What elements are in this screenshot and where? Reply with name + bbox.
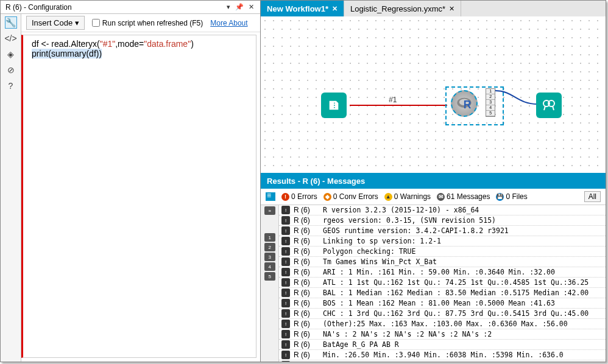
refresh-checkbox-input[interactable] [92,19,100,27]
cancel-icon[interactable]: ⊘ [5,64,17,76]
tag-icon[interactable]: ◈ [5,48,17,60]
message-row[interactable]: !R (6) Tm Games Wins Win_Pct X_Bat [279,257,606,267]
errors-badge[interactable]: !0 Errors [281,192,317,201]
results-list[interactable]: !R (6)R version 3.2.3 (2015-12-10) - x86… [279,205,606,362]
message-source: R (6) [292,289,323,297]
message-icon: ! [281,257,290,266]
insert-code-button[interactable]: Insert Code ▾ [26,16,85,30]
workflow-canvas[interactable]: #1 R 12345 [261,16,606,173]
message-row[interactable]: !R (6)Min. :26.50 Min. :3.940 Min. :6038… [279,350,606,360]
message-text: (Other):25 Max. :163 Max. :103.00 Max. :… [323,320,606,328]
message-icon: ! [281,216,290,225]
workflow-tabs: New Workflow1* ✕ Logistic_Regression.yxm… [261,1,606,16]
message-row[interactable]: !R (6)ARI : 1 Min. :161 Min. : 59.00 Min… [279,267,606,278]
message-icon: ! [281,206,290,214]
anchor-4-icon[interactable]: 4 [264,262,275,271]
message-source: R (6) [292,330,323,338]
expand-icon[interactable]: » [264,206,275,215]
message-icon: ! [281,309,290,318]
message-source: R (6) [292,226,323,235]
run-refresh-checkbox[interactable]: Run script when refreshed (F5) [92,19,203,27]
messages-badge[interactable]: ✉61 Messages [437,192,490,201]
message-source: R (6) [292,361,323,362]
anchor-5-icon[interactable]: 5 [264,272,275,281]
message-icon: ! [281,351,290,359]
results-header: Results - R (6) - Messages [261,173,606,189]
close-icon[interactable]: ✕ [449,5,454,13]
svg-text:R: R [464,99,472,111]
browse-node[interactable] [536,93,562,118]
message-icon: ! [281,247,290,256]
code-icon[interactable]: </> [5,32,17,44]
message-icon: ! [281,226,290,235]
close-icon[interactable]: ✕ [332,5,338,13]
message-row[interactable]: !R (6)Polygon checking: TRUE [279,247,606,257]
input-data-node[interactable] [321,93,347,118]
message-source: R (6) [292,309,323,318]
help-icon[interactable]: ? [5,80,17,92]
connection-label: #1 [389,96,397,104]
message-source: R (6) [292,340,323,349]
wrench-icon[interactable]: 🔧 [5,16,17,29]
message-row[interactable]: !R (6)GEOS runtime version: 3.4.2-CAPI-1… [279,226,606,236]
anchor-3-icon[interactable]: 3 [264,253,275,261]
message-source: R (6) [292,278,323,287]
more-about-link[interactable]: More About [210,19,247,27]
message-text: NA's : 2 NA's :2 NA's :2 NA's :2 NA's :2 [323,330,606,338]
r-tool-node[interactable]: R [451,90,478,117]
anchor-1-icon[interactable]: 1 [264,233,275,242]
message-source: R (6) [292,320,323,328]
message-row[interactable]: !R (6)CHC : 1 3rd Qu.:162 3rd Qu.: 87.75… [279,309,606,319]
message-source: R (6) [292,247,323,256]
message-text: GEOS runtime version: 3.4.2-CAPI-1.8.2 r… [323,226,606,235]
message-row[interactable]: !R (6)BOS : 1 Mean :162 Mean : 81.00 Mea… [279,298,606,309]
message-row[interactable]: !R (6)(Other):25 Max. :163 Max. :103.00 … [279,319,606,329]
message-text: R version 3.2.3 (2015-12-10) - x86_64 [323,206,606,214]
code-editor[interactable]: df <- read.Alteryx("#1",mode="data.frame… [21,35,256,358]
connector-blue [495,87,538,107]
config-toolbar: Insert Code ▾ Run script when refreshed … [21,14,260,32]
message-row[interactable]: !R (6)R version 3.2.3 (2015-12-10) - x86… [279,205,606,215]
all-filter-button[interactable]: All [584,191,601,202]
close-icon[interactable]: ✕ [247,3,255,11]
message-icon: ! [281,237,290,245]
message-row[interactable]: !R (6)rgeos version: 0.3-15, (SVN revisi… [279,215,606,226]
tab-new-workflow[interactable]: New Workflow1* ✕ [261,1,344,16]
anchor-2-icon[interactable]: 2 [264,243,275,251]
config-title: R (6) - Configuration [5,3,72,12]
message-text: Tm Games Wins Win_Pct X_Bat [323,257,606,266]
pin-icon[interactable]: 📌 [234,3,245,11]
message-text: CHC : 1 3rd Qu.:162 3rd Qu.: 87.75 3rd Q… [323,309,606,318]
message-row[interactable]: !R (6) BatAge R_G PA AB R [279,340,606,350]
message-row[interactable]: !R (6)ATL : 1 1st Qu.:162 1st Qu.: 74.25… [279,278,606,288]
connection-wire [350,105,447,106]
message-text: BOS : 1 Mean :162 Mean : 81.00 Mean :0.5… [323,299,606,307]
message-row[interactable]: !R (6)BAL : 1 Median :162 Median : 83.50… [279,288,606,298]
message-source: R (6) [292,216,323,225]
files-badge[interactable]: 💾0 Files [496,192,527,201]
list-icon[interactable] [266,192,275,201]
message-source: R (6) [292,257,323,266]
message-text: BAL : 1 Median :162 Median : 83.50 Media… [323,289,606,297]
message-row[interactable]: !R (6)Linking to sp version: 1.2-1 [279,236,606,247]
message-row[interactable]: !R (6)NA's : 2 NA's :2 NA's :2 NA's :2 N… [279,329,606,340]
conv-errors-badge[interactable]: ◆0 Conv Errors [323,192,378,201]
message-icon: ! [281,361,290,362]
config-side-tabs: 🔧 </> ◈ ⊘ ? [1,14,21,362]
tab-logistic-regression[interactable]: Logistic_Regression.yxmc* ✕ [344,1,461,16]
message-icon: ! [281,320,290,328]
message-row[interactable]: !R (6)1st Qu.:27.80 1st Qu.:4.268 1st Qu… [279,360,606,362]
message-icon: ! [281,299,290,307]
message-text: 1st Qu.:27.80 1st Qu.:4.268 1st Qu.:6160… [323,361,606,362]
warnings-badge[interactable]: ▲0 Warnings [384,192,431,201]
message-text: BatAge R_G PA AB R [323,340,606,349]
output-anchors[interactable]: 12345 [486,88,495,117]
message-source: R (6) [292,206,323,214]
svg-point-0 [334,102,335,103]
message-source: R (6) [292,351,323,359]
message-icon: ! [281,278,290,287]
message-source: R (6) [292,299,323,307]
message-text: Min. :26.50 Min. :3.940 Min. :6038 Min. … [323,351,606,359]
dropdown-icon[interactable]: ▾ [225,3,232,11]
message-icon: ! [281,330,290,338]
